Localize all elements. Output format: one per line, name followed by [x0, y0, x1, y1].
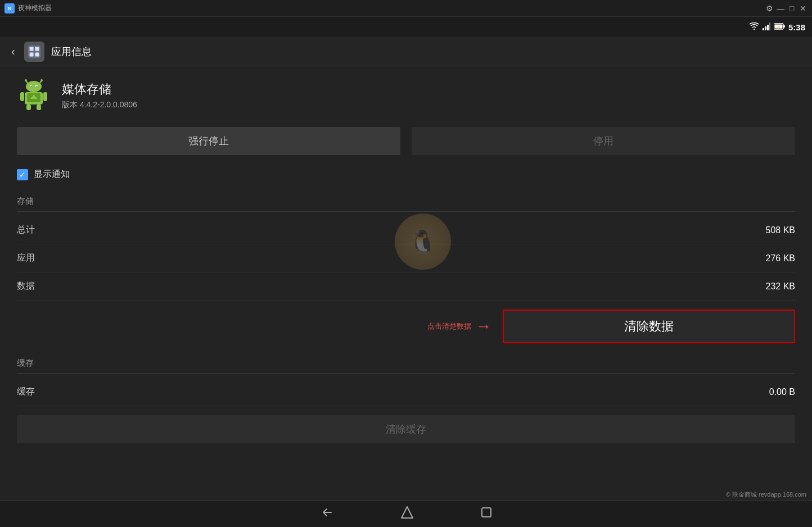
- total-value: 508 KB: [766, 225, 795, 235]
- title-bar-title: 夜神模拟器: [18, 3, 52, 13]
- clear-data-row: 点击清楚数据 → 清除数据: [17, 301, 795, 352]
- svg-point-17: [26, 81, 42, 92]
- svg-rect-11: [29, 52, 33, 56]
- battery-icon: ⚡: [774, 22, 785, 31]
- svg-text:⚡: ⚡: [777, 25, 781, 30]
- close-button[interactable]: ✕: [799, 4, 808, 13]
- svg-rect-29: [31, 97, 37, 98]
- status-icons: ⚡ 5:38: [749, 22, 805, 32]
- clear-data-hint: 点击清楚数据 →: [427, 317, 491, 335]
- main-content: 媒体存储 版本 4.4.2-2.0.0.0806 强行停止 停用 显示通知 存储…: [0, 66, 812, 500]
- notification-row: 显示通知: [17, 169, 795, 180]
- back-button[interactable]: ‹: [9, 43, 17, 60]
- app-icon-small: [24, 42, 44, 62]
- settings-button[interactable]: ⚙: [765, 4, 774, 13]
- force-stop-button[interactable]: 强行停止: [17, 127, 400, 155]
- data-label: 数据: [17, 280, 35, 292]
- svg-rect-25: [26, 105, 31, 110]
- clear-data-hint-text: 点击清楚数据: [427, 321, 471, 331]
- data-row: 数据 232 KB: [17, 272, 795, 301]
- svg-rect-24: [43, 92, 47, 101]
- notification-label: 显示通知: [34, 169, 70, 180]
- minimize-button[interactable]: —: [776, 4, 785, 13]
- svg-rect-5: [783, 25, 785, 28]
- app-label: 应用: [17, 252, 35, 264]
- svg-rect-12: [35, 52, 39, 56]
- cache-section: 缓存 缓存 0.00 B 清除缓存: [17, 358, 795, 452]
- recent-nav-button[interactable]: [481, 507, 492, 521]
- clear-cache-button: 清除缓存: [17, 415, 795, 443]
- svg-rect-10: [35, 47, 39, 51]
- storage-section: 存储 总计 508 KB 应用 276 KB 数据 232 KB 点击清楚数据 …: [17, 196, 795, 352]
- nav-bar: ‹ 应用信息: [0, 37, 812, 66]
- app-version: 版本 4.4.2-2.0.0.0806: [62, 100, 137, 110]
- wifi-icon: [749, 22, 759, 32]
- app-info: 媒体存储 版本 4.4.2-2.0.0.0806: [62, 81, 137, 110]
- svg-rect-0: [763, 28, 764, 30]
- status-time: 5:38: [788, 22, 805, 32]
- app-icon-large: [17, 78, 51, 113]
- app-header: 媒体存储 版本 4.4.2-2.0.0.0806: [17, 78, 795, 113]
- maximize-button[interactable]: □: [787, 4, 796, 13]
- bottom-nav: [0, 500, 812, 527]
- status-bar: ⚡ 5:38: [0, 17, 812, 37]
- svg-rect-23: [20, 92, 24, 101]
- svg-point-21: [37, 86, 38, 87]
- data-value: 232 KB: [766, 281, 795, 292]
- clear-data-button[interactable]: 清除数据: [503, 310, 795, 343]
- arrow-right-icon: →: [476, 317, 491, 335]
- cache-label: 缓存: [17, 386, 35, 398]
- title-bar-left: N 夜神模拟器: [4, 3, 52, 13]
- svg-rect-2: [767, 25, 769, 30]
- cache-value: 0.00 B: [769, 387, 795, 397]
- signal-icon: [763, 22, 770, 32]
- svg-rect-3: [769, 22, 770, 30]
- total-row: 总计 508 KB: [17, 216, 795, 244]
- back-nav-button[interactable]: [320, 506, 333, 523]
- clear-cache-row: 清除缓存: [17, 406, 795, 452]
- nox-logo: N: [4, 3, 15, 13]
- svg-point-14: [25, 79, 27, 81]
- svg-rect-26: [37, 105, 41, 110]
- cache-row: 缓存 0.00 B: [17, 378, 795, 406]
- home-nav-button[interactable]: [401, 506, 413, 522]
- app-value: 276 KB: [766, 253, 795, 264]
- title-bar: N 夜神模拟器 ⚙ — □ ✕: [0, 0, 812, 17]
- action-buttons: 强行停止 停用: [17, 127, 795, 155]
- total-label: 总计: [17, 224, 35, 236]
- title-bar-right: ⚙ — □ ✕: [765, 4, 808, 13]
- bottom-watermark: © 联金商城 revdapp.168.com: [726, 490, 806, 499]
- app-name: 媒体存储: [62, 81, 137, 98]
- svg-rect-1: [765, 26, 766, 30]
- storage-section-title: 存储: [17, 196, 795, 212]
- svg-rect-31: [482, 508, 491, 517]
- nav-title: 应用信息: [51, 45, 92, 58]
- svg-point-16: [40, 79, 43, 81]
- svg-point-20: [31, 86, 32, 87]
- svg-rect-9: [29, 47, 33, 51]
- app-row: 应用 276 KB: [17, 244, 795, 272]
- cache-section-title: 缓存: [17, 358, 795, 374]
- disable-button: 停用: [412, 127, 795, 155]
- notification-checkbox[interactable]: [17, 169, 28, 180]
- svg-marker-30: [402, 507, 413, 518]
